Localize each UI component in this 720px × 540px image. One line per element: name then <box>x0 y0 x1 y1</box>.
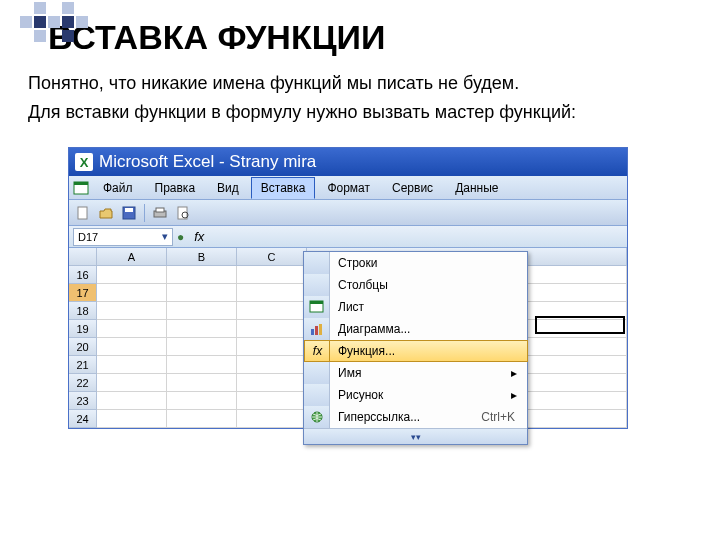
menu-item-label: Имя <box>330 366 511 380</box>
blank-icon <box>304 274 330 296</box>
titlebar: X Microsoft Excel - Strany mira <box>69 148 627 176</box>
expand-menu-button[interactable]: ▾▾ <box>304 428 527 444</box>
chart-icon <box>304 318 330 340</box>
menu-format[interactable]: Формат <box>317 177 380 199</box>
menu-item-chart[interactable]: Диаграмма... <box>304 318 527 340</box>
submenu-arrow-icon: ▸ <box>511 388 521 402</box>
ok-icon: ● <box>177 230 184 244</box>
svg-rect-13 <box>319 324 322 335</box>
save-icon[interactable] <box>119 203 139 223</box>
row-header[interactable]: 17 <box>69 284 97 302</box>
column-header[interactable]: C <box>237 248 307 266</box>
worksheet-icon[interactable] <box>73 180 89 196</box>
row-header[interactable]: 21 <box>69 356 97 374</box>
name-box[interactable]: D17 ▾ <box>73 228 173 246</box>
menu-file[interactable]: Файл <box>93 177 143 199</box>
row-header[interactable]: 16 <box>69 266 97 284</box>
menu-item-label: Диаграмма... <box>330 322 521 336</box>
insert-menu-dropdown: Строки Столбцы Лист Диаграмма... fx Функ… <box>303 251 528 445</box>
row-header[interactable]: 18 <box>69 302 97 320</box>
row-header[interactable]: 20 <box>69 338 97 356</box>
row-header[interactable]: 23 <box>69 392 97 410</box>
menu-item-picture[interactable]: Рисунок ▸ <box>304 384 527 406</box>
blank-icon <box>304 362 330 384</box>
row-header[interactable]: 22 <box>69 374 97 392</box>
menu-item-rows[interactable]: Строки <box>304 252 527 274</box>
menu-edit[interactable]: Правка <box>145 177 206 199</box>
column-header[interactable]: B <box>167 248 237 266</box>
slide-text-line-2: Для вставки функции в формулу нужно вызв… <box>28 102 692 123</box>
submenu-arrow-icon: ▸ <box>511 366 521 380</box>
menu-item-function[interactable]: fx Функция... <box>304 340 527 362</box>
svg-rect-10 <box>310 301 323 304</box>
window-title: Microsoft Excel - Strany mira <box>99 152 316 172</box>
menu-tools[interactable]: Сервис <box>382 177 443 199</box>
menu-item-name[interactable]: Имя ▸ <box>304 362 527 384</box>
menu-data[interactable]: Данные <box>445 177 508 199</box>
toolbar-separator <box>144 204 145 222</box>
hyperlink-icon <box>304 406 330 428</box>
svg-rect-6 <box>156 208 164 212</box>
blank-icon <box>304 252 330 274</box>
menubar: Файл Правка Вид Вставка Формат Сервис Да… <box>69 176 627 200</box>
slide-corner-decoration <box>20 2 88 42</box>
menu-item-sheet[interactable]: Лист <box>304 296 527 318</box>
svg-rect-2 <box>78 207 87 219</box>
row-header[interactable]: 24 <box>69 410 97 428</box>
svg-rect-1 <box>74 182 88 185</box>
menu-item-label: Строки <box>330 256 521 270</box>
toolbar <box>69 200 627 226</box>
worksheet-icon <box>304 296 330 318</box>
menu-insert[interactable]: Вставка <box>251 177 316 199</box>
slide-title: ВСТАВКА ФУНКЦИИ <box>0 0 720 65</box>
menu-item-label: Лист <box>330 300 521 314</box>
menu-item-label: Рисунок <box>330 388 511 402</box>
name-box-value: D17 <box>78 231 98 243</box>
menu-item-label: Функция... <box>338 344 527 358</box>
slide-text-line-1: Понятно, что никакие имена функций мы пи… <box>28 73 692 94</box>
svg-rect-4 <box>125 208 133 212</box>
menu-view[interactable]: Вид <box>207 177 249 199</box>
chevron-down-icon: ▾▾ <box>411 432 421 442</box>
menu-shortcut: Ctrl+K <box>481 410 521 424</box>
dropdown-arrow-icon[interactable]: ▾ <box>162 230 168 243</box>
new-document-icon[interactable] <box>73 203 93 223</box>
print-preview-icon[interactable] <box>173 203 193 223</box>
menu-item-label: Столбцы <box>330 278 521 292</box>
column-header[interactable]: A <box>97 248 167 266</box>
formula-bar: D17 ▾ ● fx <box>69 226 627 248</box>
select-all-corner[interactable] <box>69 248 97 266</box>
blank-icon <box>304 384 330 406</box>
fx-icon: fx <box>304 340 330 362</box>
svg-rect-12 <box>315 326 318 335</box>
excel-app-icon: X <box>75 153 93 171</box>
print-icon[interactable] <box>150 203 170 223</box>
fx-label[interactable]: fx <box>188 229 210 244</box>
row-header[interactable]: 19 <box>69 320 97 338</box>
open-icon[interactable] <box>96 203 116 223</box>
menu-item-label: Гиперссылка... <box>330 410 481 424</box>
svg-rect-11 <box>311 329 314 335</box>
menu-item-columns[interactable]: Столбцы <box>304 274 527 296</box>
menu-item-hyperlink[interactable]: Гиперссылка... Ctrl+K <box>304 406 527 428</box>
